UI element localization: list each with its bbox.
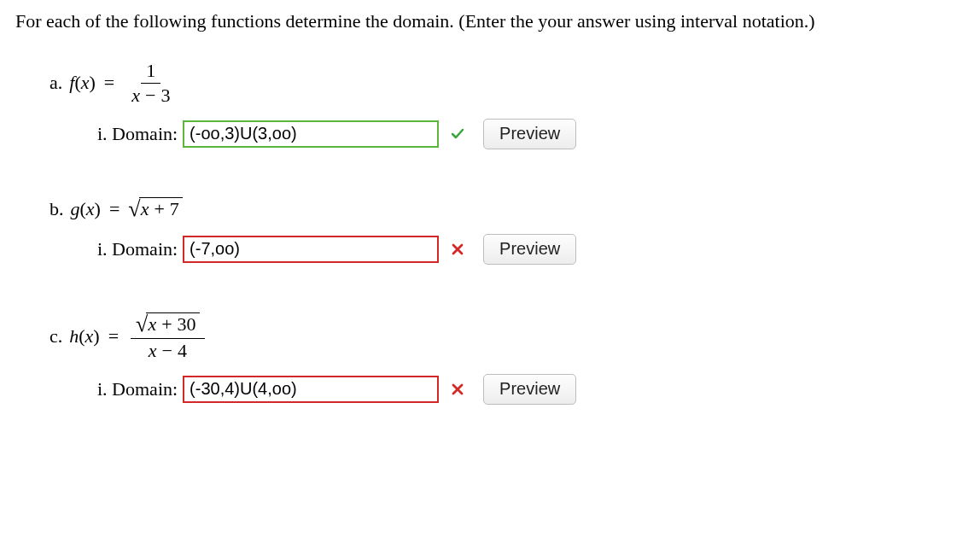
problem-c-letter: c.	[50, 325, 62, 347]
sqrt-c: √ x+30	[136, 312, 199, 337]
answer-line-a: i. Domain: Preview	[97, 119, 965, 149]
check-icon	[447, 127, 468, 141]
instructions-text: For each of the following functions dete…	[15, 9, 965, 34]
problem-a-expression: a. f(x) = 1 x−3	[50, 60, 965, 107]
problem-a-letter: a.	[50, 72, 62, 94]
cross-icon	[447, 243, 468, 255]
problem-b-letter: b.	[50, 198, 64, 220]
problem-c: c. h(x) = √ x+30 x−4 i. Domain: Preview	[50, 312, 965, 405]
domain-label-a: i. Domain:	[97, 123, 178, 145]
domain-input-b[interactable]	[183, 236, 439, 263]
domain-input-c[interactable]	[183, 376, 439, 403]
domain-input-a[interactable]	[183, 120, 439, 148]
problem-b-expression: b. g(x) = √ x+7	[50, 196, 965, 222]
domain-label-c: i. Domain:	[97, 378, 178, 400]
function-name-h: h	[69, 325, 79, 347]
answer-line-b: i. Domain: Preview	[97, 234, 965, 265]
function-name-g: g	[71, 198, 80, 220]
problem-b: b. g(x) = √ x+7 i. Domain: Preview	[50, 196, 965, 265]
cross-icon	[447, 383, 468, 395]
domain-label-b: i. Domain:	[97, 238, 178, 260]
problem-c-expression: c. h(x) = √ x+30 x−4	[50, 312, 965, 362]
sqrt-b: √ x+7	[128, 196, 182, 222]
preview-button-c[interactable]: Preview	[483, 374, 576, 405]
answer-line-c: i. Domain: Preview	[97, 374, 965, 405]
fraction-c: √ x+30 x−4	[131, 312, 204, 362]
preview-button-a[interactable]: Preview	[483, 119, 576, 149]
fraction-a: 1 x−3	[126, 60, 175, 107]
problem-a: a. f(x) = 1 x−3 i. Domain: Preview	[50, 60, 965, 149]
preview-button-b[interactable]: Preview	[483, 234, 576, 265]
